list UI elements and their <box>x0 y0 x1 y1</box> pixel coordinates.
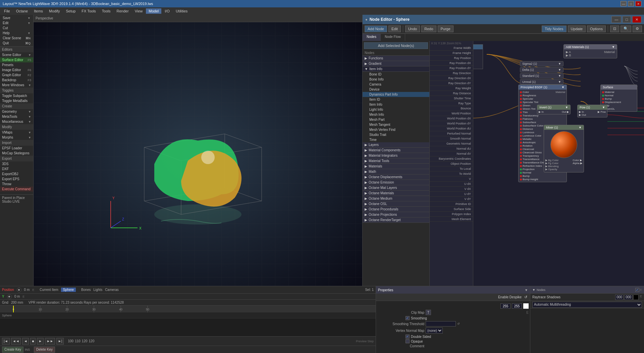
transport-prev-btn[interactable]: ◄◄ <box>11 338 21 345</box>
category-math[interactable]: ▶ Math <box>363 169 429 174</box>
node-invert[interactable]: Invert (1)▼ ▶ In Out ▶ <box>537 105 571 114</box>
shadow-r-input[interactable] <box>615 295 624 300</box>
tree-item-light-info[interactable]: Light Info <box>363 107 429 112</box>
tree-item-mesh-info[interactable]: Mesh Info <box>363 112 429 117</box>
redo-btn[interactable]: Redo <box>421 26 436 32</box>
timeline-tracks[interactable]: Sphere <box>0 312 376 336</box>
tree-item-item-id[interactable]: Item ID <box>363 97 429 102</box>
maximize-button[interactable]: □ <box>628 1 634 6</box>
purge-btn[interactable]: Purge <box>438 26 453 32</box>
clip-map-btn[interactable]: T <box>426 310 431 315</box>
category-functions[interactable]: ▶ Functions <box>363 56 429 61</box>
transport-to-start-btn[interactable]: |◄ <box>2 338 10 345</box>
node-zoom-fit-btn[interactable]: ⊡ <box>610 26 619 32</box>
despike-refresh-icon[interactable]: ↺ <box>524 295 527 299</box>
node-pow[interactable]: Pow (1)▼ ▶ In ▶ Out ▶ Pow <box>577 105 607 117</box>
node-search-btn[interactable]: 🔍 <box>621 26 631 32</box>
category-octane-mat-layers[interactable]: ▶ Octane Mat Layers <box>363 185 429 191</box>
window-controls[interactable]: — □ ✕ <box>621 1 641 6</box>
menu-modify[interactable]: Modify <box>46 8 62 14</box>
toolbar-save[interactable]: Save ▼ <box>1 15 33 20</box>
exporteps-btn[interactable]: Export EPS <box>0 176 33 182</box>
menu-utilities[interactable]: Utilities <box>173 8 190 14</box>
surface-panel-dropdown[interactable]: ▼ <box>532 288 535 292</box>
toggle-metaballs-btn[interactable]: Toggle MetaBalls <box>0 98 33 103</box>
create-key-btn[interactable]: Create Key <box>2 347 23 353</box>
nodes-checkbox[interactable]: ✓ <box>635 288 639 292</box>
tree-item-time[interactable]: Time <box>363 137 429 142</box>
node-standard1[interactable]: Standard (1)▼ <box>520 73 564 79</box>
double-sided-checkbox[interactable]: ✓ <box>406 335 410 339</box>
tab-node-flow[interactable]: Node Flow <box>381 34 405 41</box>
toolbar-edit[interactable]: Edit ▼ <box>1 20 33 26</box>
transport-play-btn[interactable]: ► <box>37 338 44 345</box>
properties-close-icon[interactable]: ▼ <box>525 288 528 292</box>
tree-item-bone-info[interactable]: Bone Info <box>363 77 429 82</box>
node-add-materials[interactable]: Add Materials (1) ▼ ▶ A Material ▶ B <box>564 44 617 58</box>
node-mixer[interactable]: Mixer (1)▼ ▶ Bg Color ▶ Fg Color ▶ Blend… <box>544 125 584 172</box>
y-icon[interactable]: ◉ <box>7 294 12 299</box>
menu-fxtools[interactable]: FX Tools <box>79 8 99 14</box>
multithreading-select[interactable]: Automatic Multithreading <box>532 302 642 308</box>
category-material-tools[interactable]: ▶ Material Tools <box>363 158 429 164</box>
miscellaneous-btn[interactable]: Miscellaneous ▼ <box>0 119 33 124</box>
metatools-btn[interactable]: MetaTools ▼ <box>0 114 33 119</box>
menu-octane[interactable]: Octane <box>13 8 31 14</box>
category-octane-emission[interactable]: ▶ Octane Emission <box>363 180 429 185</box>
node-minimize-btn[interactable]: — <box>611 16 621 23</box>
tree-item-bone-id[interactable]: Bone ID <box>363 72 429 77</box>
surface-editor-btn[interactable]: Surface Editor F5 <box>0 57 33 62</box>
tidy-nodes-btn[interactable]: Tidy Nodes <box>542 26 566 32</box>
add-selected-node-btn[interactable]: Add Selected Node(s) <box>364 42 428 49</box>
timeline-ruler[interactable]: 0 10 20 30 40 50 <box>0 306 376 312</box>
category-item-info[interactable]: ▼ Item Info <box>363 66 429 72</box>
3ds-btn[interactable]: 3DS <box>0 161 33 166</box>
options-btn[interactable]: Options <box>587 26 606 32</box>
throw-btn[interactable]: Throw <box>0 182 33 187</box>
viewport-canvas[interactable]: Y X Z <box>34 22 362 286</box>
minimize-button[interactable]: — <box>621 1 627 6</box>
toggle-subpatch-btn[interactable]: Toggle Subpatch <box>0 93 33 98</box>
menu-view[interactable]: View <box>132 8 146 14</box>
node-editor-controls[interactable]: — □ ✕ <box>611 16 641 23</box>
menu-items[interactable]: Items <box>31 8 46 14</box>
transport-to-end-btn[interactable]: ►| <box>56 338 64 345</box>
vertex-normal-select[interactable]: (none) <box>426 327 443 334</box>
category-octane-medium[interactable]: ▶ Octane Medium <box>363 196 429 201</box>
category-octane-osl[interactable]: ▶ Octane OSL <box>363 201 429 207</box>
toolbar-cut[interactable]: Cut <box>1 26 33 31</box>
color-r-input[interactable] <box>500 303 511 309</box>
current-item-value[interactable]: Sphere <box>61 288 76 292</box>
exportobj-btn[interactable]: ExportOBJ <box>0 171 33 176</box>
toolbar-quit[interactable]: Quit ⌘Q <box>1 41 33 46</box>
tab-nodes[interactable]: Nodes <box>363 34 381 41</box>
tree-item-dynamics-part-info[interactable]: Dynamics Part Info <box>363 92 429 97</box>
toolbar-clearscene[interactable]: Clear Scene ⌘N <box>1 36 33 41</box>
color-swatch[interactable] <box>523 303 529 309</box>
nodes-e-btn[interactable]: E <box>640 288 642 292</box>
morphs-btn[interactable]: Morphs ▼ <box>0 135 33 140</box>
category-layers[interactable]: ▶ Layers <box>363 142 429 148</box>
category-octane-displacements[interactable]: ▶ Octane Displacements <box>363 174 429 180</box>
shadow-color-swatch[interactable] <box>633 295 639 300</box>
tree-item-item-info[interactable]: Item Info <box>363 102 429 107</box>
node-canvas[interactable]: Add Materials (1) ▼ ▶ A Material ▶ B <box>473 41 644 286</box>
category-octane-materials[interactable]: ▶ Octane Materials <box>363 191 429 196</box>
node-sigma2[interactable]: Sigma2 (1)▼ <box>520 61 564 66</box>
transport-play-reverse-btn[interactable]: ◄ <box>22 338 29 345</box>
tree-item-mesh-tangent[interactable]: Mesh Tangent <box>363 122 429 127</box>
add-node-btn[interactable]: Add Node <box>365 26 387 32</box>
transport-next-btn[interactable]: ►► <box>45 338 55 345</box>
category-octane-rendertarget[interactable]: ▶ Octane RenderTarget <box>363 217 429 223</box>
presets-btn[interactable]: Presets <box>0 62 33 67</box>
image-editor-btn[interactable]: Image Editor F6 <box>0 67 33 72</box>
3d-viewport[interactable]: Perspective <box>34 15 362 286</box>
update-btn[interactable]: Update <box>568 26 586 32</box>
category-octane-procedurals[interactable]: ▶ Octane Procedurals <box>363 207 429 212</box>
tree-item-mesh-vertex-find[interactable]: Mesh Vertex Find <box>363 127 429 132</box>
tree-item-camera[interactable]: Camera <box>363 82 429 87</box>
category-octane-projections[interactable]: ▶ Octane Projections <box>363 212 429 217</box>
tree-item-mesh-part[interactable]: Mesh Part <box>363 117 429 122</box>
transport-pause-btn[interactable]: ■ <box>30 338 36 345</box>
graph-editor-btn[interactable]: Graph Editor F2 <box>0 72 33 78</box>
